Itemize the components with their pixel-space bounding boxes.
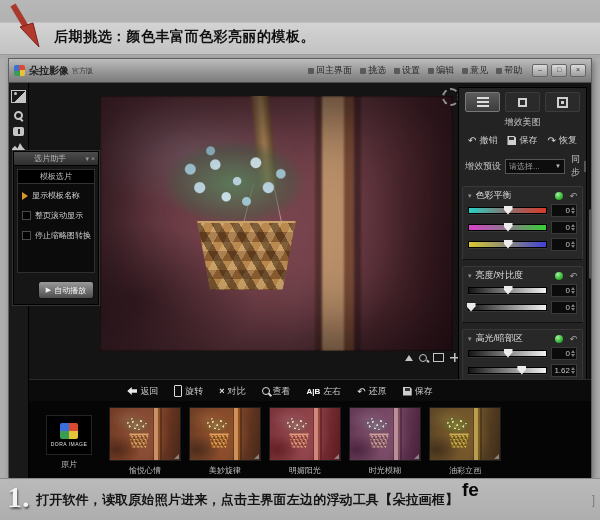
value-box[interactable]: 0 [551, 238, 577, 251]
spinner-icon[interactable] [571, 367, 575, 374]
back-button[interactable]: 返回 [127, 385, 158, 398]
spinner-icon[interactable] [571, 241, 575, 248]
slider-contrast[interactable]: 0 [468, 302, 577, 312]
caption-bracket: ] [592, 493, 595, 507]
scrollbar-thumb[interactable] [589, 209, 591, 279]
menu-item-home[interactable]: 回主界面 [308, 64, 352, 77]
zoom-icon[interactable] [14, 111, 23, 120]
undo-button[interactable]: ↶撤销 [468, 134, 497, 147]
spinner-icon[interactable] [571, 224, 575, 231]
fullscreen-icon[interactable] [433, 353, 444, 362]
close-button[interactable]: × [570, 64, 586, 77]
slider-cyan-red[interactable]: 0 [468, 205, 577, 215]
original-thumbnail[interactable]: DORA IMAGE [46, 415, 92, 455]
enabled-dot[interactable] [555, 272, 563, 280]
ab-compare-button[interactable]: A|B左右 [307, 385, 342, 398]
slider-thumb[interactable] [504, 206, 513, 215]
panel-scrollbar[interactable] [589, 89, 591, 395]
value-box[interactable]: 0 [551, 204, 577, 217]
slider-gamma[interactable]: 1.62 [468, 365, 577, 375]
spinner-icon[interactable] [571, 287, 575, 294]
template-filmstrip: DORA IMAGE 原片 愉悦心情 [29, 401, 591, 478]
save-preset-button[interactable]: 保存 [507, 134, 537, 147]
enabled-dot[interactable] [555, 335, 563, 343]
template-thumb-3[interactable]: 明媚阳光 [269, 407, 341, 476]
slider-thumb[interactable] [504, 223, 513, 232]
slider-yellow-blue[interactable]: 0 [468, 239, 577, 249]
spinner-icon[interactable] [571, 304, 575, 311]
float-panel-titlebar[interactable]: 选片助手 ▾ × [14, 152, 98, 166]
tab-crop[interactable] [505, 92, 540, 112]
value-box[interactable]: 1.62 [551, 364, 577, 377]
value-box[interactable]: 0 [551, 284, 577, 297]
section-header[interactable]: ▾ 亮度/对比度 ↶ [463, 267, 582, 285]
value-box[interactable]: 0 [551, 301, 577, 314]
menu-item-help[interactable]: 帮助 [496, 64, 522, 77]
menu-item-feedback[interactable]: 意见 [462, 64, 488, 77]
menu-item-pick[interactable]: 挑选 [360, 64, 386, 77]
reset-icon[interactable]: ↶ [569, 191, 577, 201]
value-box[interactable]: 0 [551, 221, 577, 234]
image-viewer-icon[interactable] [11, 90, 26, 103]
caret-icon: ▾ [468, 272, 472, 280]
panel-actions: ↶撤销 保存 ↷恢复 [463, 134, 582, 147]
save-button[interactable]: 保存 [403, 385, 433, 398]
option-stop-thumbnail[interactable]: 停止缩略图转换 [22, 230, 90, 241]
template-thumb-5[interactable]: 油彩立画 [429, 407, 501, 476]
viewer-toolbar: 返回 旋转 ×对比 查看 A|B左右 ↶还原 保存 [29, 379, 591, 402]
reset-icon[interactable]: ↶ [569, 271, 577, 281]
section-header[interactable]: ▾ 高光/暗部区 ↶ [463, 330, 582, 348]
tab-frame[interactable] [545, 92, 580, 112]
slider-magenta-green[interactable]: 0 [468, 222, 577, 232]
menu-item-edit[interactable]: 编辑 [428, 64, 454, 77]
caret-icon: ▾ [468, 192, 472, 200]
template-thumb-2[interactable]: 美妙旋律 [189, 407, 261, 476]
reset-icon[interactable]: ↶ [569, 334, 577, 344]
slider-thumb[interactable] [504, 349, 513, 358]
panel-header: 增效美图 [459, 116, 586, 129]
minimize-button[interactable]: – [532, 64, 548, 77]
maximize-button[interactable]: □ [551, 64, 567, 77]
slider-brightness[interactable]: 0 [468, 285, 577, 295]
tab-adjust[interactable] [465, 92, 500, 112]
annotation-banner: 后期挑选：颜色丰富而色彩亮丽的模板。 [0, 0, 600, 58]
rotate-button[interactable]: 旋转 [174, 385, 203, 398]
info-icon[interactable] [13, 127, 24, 136]
redo-button[interactable]: ↷恢复 [548, 134, 577, 147]
spinner-icon[interactable] [571, 350, 575, 357]
slider-thumb[interactable] [467, 303, 476, 312]
photo-vignette [100, 96, 453, 351]
compare-icon: × [219, 387, 224, 396]
autoplay-button[interactable]: ▶ 自动播放 [38, 281, 94, 299]
close-icon[interactable]: × [91, 155, 95, 162]
compare-button[interactable]: ×对比 [219, 385, 245, 398]
option-scroll-display[interactable]: 整页滚动显示 [22, 210, 90, 221]
slider-thumb[interactable] [504, 286, 513, 295]
section-header[interactable]: ▾ 色彩平衡 ↶ [463, 187, 582, 205]
collapse-strip-icon[interactable] [405, 355, 413, 361]
slider-highlight[interactable]: 0 [468, 348, 577, 358]
spinner-icon[interactable] [571, 207, 575, 214]
sync-checkbox[interactable] [584, 161, 586, 172]
view-button[interactable]: 查看 [262, 385, 291, 398]
value-box[interactable]: 0 [551, 347, 577, 360]
title-bar: 朵拉影像 官方版 回主界面 挑选 设置 编辑 意见 帮助 – □ × [9, 59, 591, 83]
slider-thumb[interactable] [504, 240, 513, 249]
zoom-tool-icon[interactable] [419, 354, 427, 362]
float-panel-header: 模板选片 [18, 170, 94, 184]
template-thumb-4[interactable]: 时光模糊 [349, 407, 421, 476]
title-menu: 回主界面 挑选 设置 编辑 意见 帮助 [308, 64, 522, 77]
checkbox-icon [22, 231, 31, 240]
collapse-icon[interactable]: ▾ [85, 155, 89, 163]
option-show-template-name[interactable]: 显示模板名称 [22, 190, 90, 201]
menu-item-settings[interactable]: 设置 [394, 64, 420, 77]
original-item[interactable]: DORA IMAGE 原片 [43, 415, 95, 470]
restore-button[interactable]: ↶还原 [357, 385, 386, 398]
corner-mark-icon [494, 454, 499, 459]
edit-icon [428, 68, 434, 74]
slider-thumb[interactable] [517, 366, 526, 375]
preset-dropdown[interactable]: 请选择... ▼ [505, 159, 565, 174]
template-thumb-1[interactable]: 愉悦心情 [109, 407, 181, 476]
enabled-dot[interactable] [555, 192, 563, 200]
red-arrow-icon [6, 2, 50, 50]
